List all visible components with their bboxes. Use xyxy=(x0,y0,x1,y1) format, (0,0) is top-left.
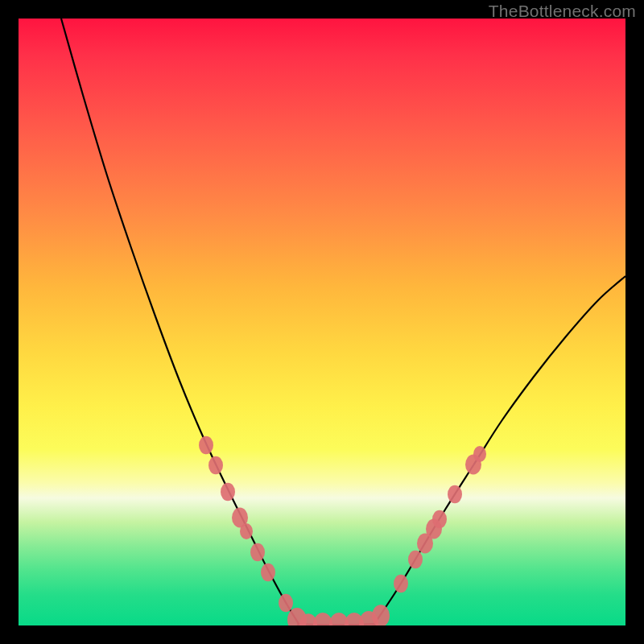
data-markers xyxy=(199,436,486,625)
data-marker xyxy=(432,510,447,529)
data-marker xyxy=(279,594,293,613)
chart-svg xyxy=(19,19,625,625)
data-marker xyxy=(408,551,423,569)
watermark-text: TheBottleneck.com xyxy=(489,2,636,21)
data-marker xyxy=(208,456,223,475)
chart-plot-area xyxy=(19,19,625,625)
data-marker xyxy=(473,446,486,462)
data-marker xyxy=(199,436,213,455)
data-marker xyxy=(448,485,462,504)
data-marker xyxy=(240,523,253,539)
data-marker xyxy=(221,483,235,502)
bottleneck-curve xyxy=(61,19,625,625)
data-marker xyxy=(372,605,390,625)
data-marker xyxy=(394,575,408,593)
data-marker xyxy=(261,564,275,582)
data-marker xyxy=(250,543,265,562)
